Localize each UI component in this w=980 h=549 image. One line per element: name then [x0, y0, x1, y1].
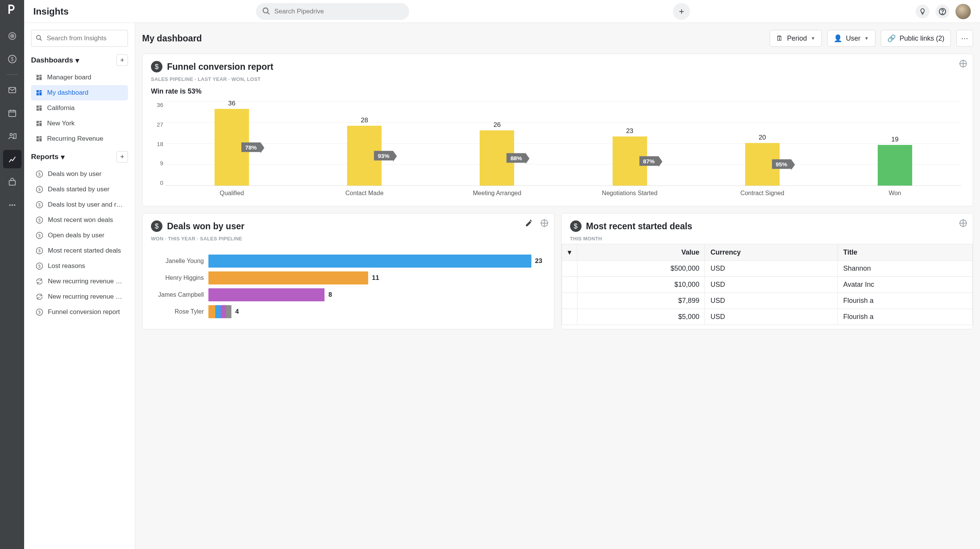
- nav-more-icon[interactable]: [3, 196, 21, 214]
- public-links-button[interactable]: 🔗Public links (2): [881, 30, 951, 47]
- svg-rect-20: [36, 78, 39, 80]
- funnel-bar[interactable]: 2688%: [480, 130, 514, 186]
- reports-section-toggle[interactable]: Reports ▾: [31, 153, 65, 161]
- add-report-button[interactable]: +: [116, 151, 128, 163]
- drag-handle-icon[interactable]: [540, 219, 549, 227]
- table-row[interactable]: $500,000USDShannon: [562, 261, 973, 277]
- column-header-currency[interactable]: Currency: [705, 244, 838, 261]
- global-search-input[interactable]: [256, 3, 409, 20]
- table-row[interactable]: $7,899USDFlourish a: [562, 293, 973, 309]
- dollar-icon: $: [36, 186, 43, 193]
- sidebar-report-item[interactable]: $Deals won by user: [31, 166, 128, 182]
- hbar-category: Rose Tyler: [154, 308, 204, 315]
- x-category: Qualified: [166, 190, 298, 197]
- hbar-bar[interactable]: 4: [208, 305, 542, 318]
- column-header-title[interactable]: Title: [837, 244, 972, 261]
- period-dropdown[interactable]: 🗓Period▼: [770, 30, 822, 47]
- conversion-badge: 78%: [241, 143, 261, 152]
- x-category: Contract Signed: [696, 190, 829, 197]
- conversion-badge: 93%: [374, 151, 393, 161]
- svg-point-11: [11, 204, 13, 206]
- hbar-value: 8: [328, 291, 332, 299]
- win-rate-summary: Win rate is 53%: [151, 87, 964, 95]
- bar-value: 23: [613, 127, 647, 135]
- svg-rect-29: [36, 121, 39, 123]
- sidebar-report-item[interactable]: $Deals lost by user and rea…: [31, 197, 128, 212]
- sidebar-dashboard-item[interactable]: Recurring Revenue: [31, 131, 128, 146]
- sidebar-item-label: New York: [47, 120, 75, 127]
- funnel-bar[interactable]: 2387%: [613, 136, 647, 186]
- tips-icon[interactable]: [916, 5, 929, 18]
- global-add-button[interactable]: +: [673, 3, 690, 20]
- bar-value: 20: [745, 134, 780, 141]
- sidebar-item-label: New recurring revenue re…: [48, 278, 123, 285]
- sidebar-dashboard-item[interactable]: My dashboard: [31, 85, 128, 100]
- nav-products-icon[interactable]: [3, 173, 21, 191]
- help-icon[interactable]: [936, 5, 949, 18]
- svg-rect-26: [39, 105, 42, 107]
- drag-handle-icon[interactable]: [959, 219, 967, 227]
- dashboards-section-toggle[interactable]: Dashboards ▾: [31, 56, 79, 65]
- sidebar-report-item[interactable]: $Open deals by user: [31, 228, 128, 243]
- svg-rect-9: [9, 181, 15, 185]
- dollar-icon: $: [570, 220, 582, 232]
- table-row[interactable]: $5,000USDFlourish a: [562, 309, 973, 325]
- svg-rect-30: [39, 121, 42, 122]
- hbar-bar[interactable]: 11: [208, 271, 542, 284]
- column-header-value[interactable]: Value: [577, 244, 705, 261]
- sidebar-report-item[interactable]: $Funnel conversion report: [31, 304, 128, 320]
- sidebar-item-label: Most recent started deals: [48, 247, 121, 255]
- conversion-badge: 95%: [772, 159, 791, 169]
- nav-insights-icon[interactable]: [3, 150, 21, 168]
- sidebar-dashboard-item[interactable]: New York: [31, 116, 128, 131]
- cell-value: $7,899: [577, 293, 705, 309]
- more-actions-button[interactable]: ⋯: [956, 30, 973, 47]
- insights-search-input[interactable]: [31, 30, 128, 47]
- dollar-icon: $: [36, 170, 43, 178]
- funnel-bar[interactable]: 19: [878, 145, 912, 186]
- nav-target-icon[interactable]: [3, 27, 21, 45]
- sidebar-report-item[interactable]: $Most recent won deals: [31, 212, 128, 228]
- sidebar-item-label: Deals started by user: [48, 186, 110, 193]
- drag-handle-icon[interactable]: [959, 59, 967, 68]
- svg-point-15: [942, 13, 942, 13]
- hbar-value: 23: [535, 257, 542, 265]
- hbar-bar[interactable]: 8: [208, 288, 542, 301]
- dollar-icon: $: [36, 232, 43, 239]
- svg-text:$: $: [38, 187, 41, 192]
- funnel-bar[interactable]: 2893%: [347, 126, 382, 186]
- add-dashboard-button[interactable]: +: [116, 54, 128, 66]
- y-tick: 36: [157, 102, 163, 108]
- sidebar-dashboard-item[interactable]: Manager board: [31, 70, 128, 85]
- user-dropdown[interactable]: 👤User▼: [827, 30, 875, 47]
- pipedrive-logo[interactable]: [6, 3, 18, 15]
- table-row[interactable]: $10,000USDAvatar Inc: [562, 277, 973, 293]
- sidebar-dashboard-item[interactable]: California: [31, 100, 128, 116]
- nav-contacts-icon[interactable]: [3, 127, 21, 145]
- user-avatar[interactable]: [955, 4, 971, 19]
- svg-rect-17: [36, 75, 39, 77]
- chevron-down-icon: ▼: [811, 36, 815, 41]
- sidebar-report-item[interactable]: $Most recent started deals: [31, 243, 128, 258]
- svg-rect-27: [39, 108, 42, 111]
- sidebar-report-item[interactable]: $Deals started by user: [31, 182, 128, 197]
- dollar-icon: $: [36, 262, 43, 270]
- sidebar-report-item[interactable]: $Lost reasons: [31, 258, 128, 274]
- edit-icon[interactable]: [525, 219, 533, 227]
- sidebar-item-label: California: [47, 104, 75, 112]
- sort-column-header[interactable]: ▾: [562, 244, 577, 261]
- sidebar-report-item[interactable]: New recurring revenue re…: [31, 274, 128, 289]
- card-title: Deals won by user: [167, 221, 244, 232]
- dollar-icon: $: [36, 308, 43, 316]
- hbar-category: James Campbell: [154, 291, 204, 298]
- funnel-bar[interactable]: 3678%: [215, 109, 249, 186]
- nav-deals-icon[interactable]: $: [3, 50, 21, 68]
- svg-point-2: [12, 36, 13, 36]
- hbar-bar[interactable]: 23: [208, 255, 542, 268]
- sidebar-item-label: Deals won by user: [48, 170, 102, 178]
- nav-calendar-icon[interactable]: [3, 104, 21, 122]
- funnel-bar[interactable]: 2095%: [745, 143, 780, 186]
- sidebar-report-item[interactable]: New recurring revenue re…: [31, 289, 128, 304]
- nav-mail-icon[interactable]: [3, 81, 21, 99]
- cell-title: Flourish a: [837, 293, 972, 309]
